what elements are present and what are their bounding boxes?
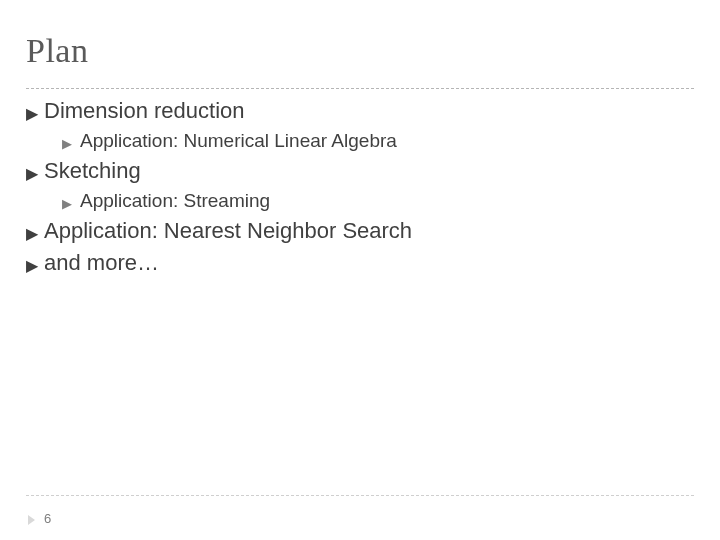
content-area: ▶ Dimension reduction ▶ Application: Num… — [26, 92, 694, 278]
list-item: ▶ Dimension reduction — [26, 98, 694, 124]
slide: Plan ▶ Dimension reduction ▶ Application… — [0, 0, 720, 540]
list-item: ▶ Application: Nearest Neighbor Search — [26, 218, 694, 244]
list-item-label: Application: Nearest Neighbor Search — [44, 218, 412, 244]
list-item-label: Sketching — [44, 158, 141, 184]
list-item: ▶ Sketching — [26, 158, 694, 184]
list-subitem: ▶ Application: Numerical Linear Algebra — [62, 130, 694, 152]
triangle-bullet-icon: ▶ — [62, 137, 80, 150]
page-marker-icon — [28, 515, 35, 525]
triangle-bullet-icon: ▶ — [26, 258, 44, 274]
list-subitem-label: Application: Streaming — [80, 190, 270, 212]
footer-divider — [26, 495, 694, 496]
title-divider — [26, 88, 694, 89]
slide-title: Plan — [26, 32, 88, 70]
triangle-bullet-icon: ▶ — [26, 226, 44, 242]
triangle-bullet-icon: ▶ — [62, 197, 80, 210]
triangle-bullet-icon: ▶ — [26, 166, 44, 182]
list-item: ▶ and more… — [26, 250, 694, 276]
page-number: 6 — [44, 511, 51, 526]
list-item-label: and more… — [44, 250, 159, 276]
triangle-bullet-icon: ▶ — [26, 106, 44, 122]
list-subitem-label: Application: Numerical Linear Algebra — [80, 130, 397, 152]
list-subitem: ▶ Application: Streaming — [62, 190, 694, 212]
list-item-label: Dimension reduction — [44, 98, 245, 124]
